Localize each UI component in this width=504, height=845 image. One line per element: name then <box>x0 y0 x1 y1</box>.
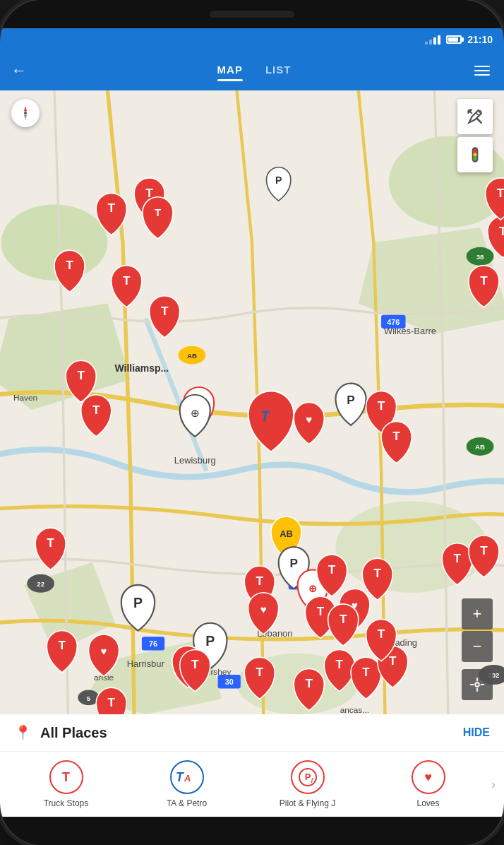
screen: 21:10 ← MAP LIST <box>0 28 504 817</box>
svg-text:AB: AB <box>187 352 197 360</box>
battery-fill <box>448 37 458 42</box>
svg-text:A: A <box>184 773 191 784</box>
svg-point-90 <box>24 112 27 114</box>
svg-text:Wilkes-Barre: Wilkes-Barre <box>384 326 436 336</box>
category-pilot-flying-j[interactable]: P / Pilot & Flying J <box>247 760 368 808</box>
svg-text:30: 30 <box>225 678 234 686</box>
svg-text:Harrisbur: Harrisbur <box>127 658 165 669</box>
all-places-row: 📍 All Places HIDE <box>0 714 504 752</box>
svg-text:Williamsp...: Williamsp... <box>114 362 169 374</box>
category-truck-stops[interactable]: T Truck Stops <box>6 760 126 808</box>
phone-bottom <box>0 817 504 845</box>
filter-buttons <box>457 99 493 172</box>
zoom-out-button[interactable]: − <box>462 631 493 662</box>
pilot-icon: P / <box>298 767 318 787</box>
svg-point-95 <box>473 153 476 156</box>
category-row: T Truck Stops T A TA & Petro <box>0 752 504 817</box>
svg-text:T: T <box>176 770 184 784</box>
status-time: 21:10 <box>467 34 493 45</box>
svg-text:78: 78 <box>296 579 304 587</box>
svg-text:AB: AB <box>289 565 299 573</box>
status-bar: 21:10 <box>0 28 504 51</box>
bottom-panel: 📍 All Places HIDE T Truck Stops T <box>0 714 504 817</box>
signal-indicator <box>425 35 440 45</box>
map-svg: 80 78 76 30 476 38 AB <box>0 90 504 714</box>
traffic-filter-button[interactable] <box>457 137 493 172</box>
truck-stops-icon-wrapper: T <box>49 760 83 794</box>
location-pin-icon: 📍 <box>14 724 32 741</box>
ta-petro-icon-wrapper: T A <box>170 760 204 794</box>
svg-text:5: 5 <box>87 695 91 702</box>
svg-point-96 <box>473 157 476 160</box>
signal-bar-2 <box>429 40 432 45</box>
signal-bar-3 <box>433 37 436 45</box>
svg-text:76: 76 <box>149 639 157 648</box>
svg-text:P: P <box>304 772 311 782</box>
svg-text:Reading: Reading <box>383 637 417 648</box>
svg-text:AB: AB <box>475 443 485 451</box>
category-ta-petro[interactable]: T A TA & Petro <box>126 760 247 808</box>
svg-text:80: 80 <box>304 411 312 420</box>
back-button[interactable]: ← <box>11 61 37 80</box>
svg-text:Hershey: Hershey <box>200 667 231 677</box>
signal-bar-4 <box>438 35 440 45</box>
loves-heart-icon: ♥ <box>424 770 432 785</box>
pilot-flying-j-label: Pilot & Flying J <box>280 798 335 808</box>
loves-icon-wrapper: ♥ <box>412 760 445 794</box>
speaker <box>210 11 294 18</box>
chevron-right-icon[interactable]: › <box>488 777 498 792</box>
pilot-flying-j-icon-wrapper: P / <box>291 760 325 794</box>
zoom-in-button[interactable]: + <box>462 598 493 630</box>
header-tabs: MAP LIST <box>37 64 472 78</box>
signal-bar-1 <box>425 42 428 45</box>
svg-text:22: 22 <box>37 580 44 588</box>
svg-text:ancas...: ancas... <box>340 705 369 714</box>
location-button[interactable] <box>462 669 493 700</box>
truck-stops-icon: T <box>62 770 70 785</box>
phone-frame: 21:10 ← MAP LIST <box>0 0 504 845</box>
category-loves[interactable]: ♥ Loves <box>368 760 488 808</box>
svg-text:arlsie: arlsie <box>94 673 114 682</box>
svg-point-97 <box>475 682 479 687</box>
loves-label: Loves <box>416 798 439 808</box>
hide-button[interactable]: HIDE <box>463 726 490 739</box>
svg-point-94 <box>473 149 476 153</box>
battery-indicator <box>446 35 462 44</box>
app-header: ← MAP LIST <box>0 51 504 90</box>
svg-text:Lewisburg: Lewisburg <box>174 455 216 466</box>
compass-button[interactable] <box>11 99 40 127</box>
svg-point-1 <box>1 205 108 281</box>
svg-text:38: 38 <box>476 253 484 261</box>
wrench-filter-button[interactable] <box>457 99 493 134</box>
ta-petro-label: TA & Petro <box>167 798 207 808</box>
tab-list[interactable]: LIST <box>265 64 292 78</box>
tab-map[interactable]: MAP <box>217 64 243 78</box>
map-controls: + − <box>462 598 493 700</box>
all-places-label: All Places <box>40 725 463 741</box>
map-container[interactable]: 80 78 76 30 476 38 AB <box>0 90 504 714</box>
svg-text:Haven: Haven <box>13 393 37 403</box>
menu-button[interactable] <box>472 63 493 78</box>
svg-text:Lebanon: Lebanon <box>257 628 292 639</box>
truck-stops-label: Truck Stops <box>44 798 89 808</box>
ta-petro-icon: T A <box>176 770 198 784</box>
phone-top <box>0 0 504 28</box>
